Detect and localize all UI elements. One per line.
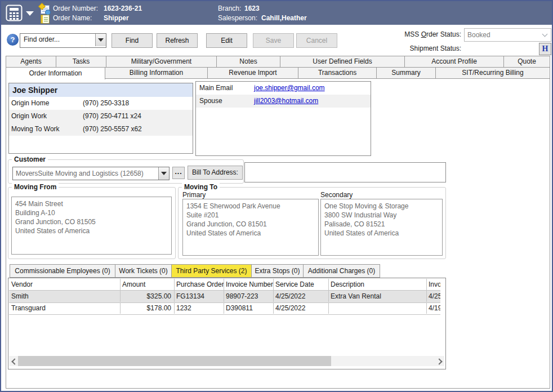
phone-label: Origin Work bbox=[11, 110, 47, 123]
email-label: Main Email bbox=[199, 82, 233, 95]
phone-row[interactable]: Moving To Work (970) 250-5557 x62 bbox=[9, 123, 193, 136]
order-number-value: 1623-236-21 bbox=[104, 5, 142, 12]
bill-to-address-box[interactable] bbox=[244, 162, 446, 182]
col-invoice[interactable]: Invoi bbox=[426, 279, 440, 291]
moving-to-primary-address[interactable]: 1354 E Sherwood Park Avenue Suite #201 G… bbox=[182, 199, 319, 256]
moving-from-address[interactable]: 454 Main Street Building A-10 Grand Junc… bbox=[11, 197, 172, 255]
order-name-label: Order Name: bbox=[53, 14, 92, 22]
col-amount[interactable]: Amount bbox=[120, 279, 175, 291]
phone-value: (970) 250-5557 x62 bbox=[83, 123, 142, 136]
refresh-button[interactable]: Refresh bbox=[157, 33, 198, 48]
branch-value: 1623 bbox=[244, 5, 260, 12]
col-description[interactable]: Description bbox=[328, 279, 427, 291]
email-link[interactable]: joe.shipper@gmail.com bbox=[254, 82, 325, 95]
tab-sit-recurring-billing[interactable]: SIT/Recurring Billing bbox=[435, 67, 550, 79]
save-button: Save bbox=[253, 33, 294, 48]
customer-more-button[interactable]: ... bbox=[172, 167, 185, 179]
tab-agents[interactable]: Agents bbox=[6, 56, 56, 68]
customer-group-label: Customer bbox=[12, 155, 48, 163]
tab-commissionable-employees[interactable]: Commissionable Employees (0) bbox=[10, 264, 115, 278]
tab-user-defined-fields[interactable]: User Defined Fields bbox=[280, 56, 405, 68]
phone-value: (970) 250-3318 bbox=[83, 97, 129, 110]
phone-row[interactable]: Origin Work (970) 250-4711 x24 bbox=[9, 110, 193, 123]
phone-row[interactable]: Origin Home (970) 250-3318 bbox=[9, 97, 193, 110]
moving-to-secondary-label: Secondary bbox=[320, 191, 353, 199]
tab-extra-stops[interactable]: Extra Stops (0) bbox=[251, 264, 304, 278]
order-number-label: Order Number: bbox=[53, 5, 98, 12]
contact-panel: Joe Shipper Origin Home (970) 250-3318 O… bbox=[8, 83, 193, 154]
shipment-status-label: Shipment Status: bbox=[362, 44, 461, 52]
tab-additional-charges[interactable]: Additional Charges (0) bbox=[303, 264, 380, 278]
moving-to-secondary-address[interactable]: One Stop Moving & Storage 3800 SW Indust… bbox=[320, 199, 443, 256]
grid-horizontal-scrollbar[interactable] bbox=[9, 356, 444, 366]
scroll-right-arrow[interactable] bbox=[435, 356, 444, 366]
email-panel: Main Email joe.shipper@gmail.com Spouse … bbox=[195, 81, 371, 156]
tab-transactions[interactable]: Transactions bbox=[298, 67, 377, 79]
cancel-button: Cancel bbox=[296, 33, 337, 48]
tab-tasks[interactable]: Tasks bbox=[56, 56, 106, 68]
branch-label: Branch: bbox=[218, 5, 241, 12]
tab-quote[interactable]: Quote bbox=[503, 56, 550, 68]
find-order-dropdown-button[interactable] bbox=[95, 34, 106, 46]
app-menu-icon[interactable] bbox=[6, 5, 23, 21]
find-button[interactable]: Find bbox=[112, 33, 153, 48]
order-name-icon bbox=[41, 15, 50, 24]
tab-revenue-import[interactable]: Revenue Import bbox=[207, 67, 298, 79]
phone-value: (970) 250-4711 x24 bbox=[83, 110, 141, 123]
moving-from-label: Moving From bbox=[12, 183, 59, 191]
tab-order-information[interactable]: Order Information bbox=[6, 67, 105, 79]
tab-billing-information[interactable]: Billing Information bbox=[105, 67, 208, 79]
bill-to-address-button[interactable]: Bill To Address: bbox=[188, 166, 243, 180]
col-vendor[interactable]: Vendor bbox=[9, 279, 121, 291]
grid-header-row: Vendor Amount Purchase Order Invoice Num… bbox=[9, 279, 440, 291]
scroll-thumb[interactable] bbox=[18, 356, 331, 366]
salesperson-label: Salesperson: bbox=[218, 14, 257, 22]
third-party-services-grid: Vendor Amount Purchase Order Invoice Num… bbox=[8, 278, 446, 369]
tab-third-party-services[interactable]: Third Party Services (2) bbox=[171, 264, 252, 278]
moving-to-primary-label: Primary bbox=[182, 191, 206, 199]
grid-row-transguard[interactable]: Transguard $178.00 1232 D390811 4/25/202… bbox=[9, 302, 440, 315]
tab-military-government[interactable]: Military/Government bbox=[106, 56, 217, 68]
tab-account-profile[interactable]: Account Profile bbox=[404, 56, 504, 68]
salesperson-value: Cahill,Heather bbox=[261, 14, 307, 22]
tab-summary[interactable]: Summary bbox=[376, 67, 436, 79]
find-order-combo[interactable] bbox=[20, 33, 106, 48]
moving-to-label: Moving To bbox=[182, 183, 220, 191]
tab-notes[interactable]: Notes bbox=[216, 56, 280, 68]
help-icon[interactable]: ? bbox=[7, 34, 19, 46]
customer-combo[interactable]: MoversSuite Moving and Logistics (12658) bbox=[12, 167, 170, 180]
grid-row-smith[interactable]: Smith $325.00 FG13134 98907-223 4/25/202… bbox=[9, 291, 440, 303]
order-name-value: Shipper bbox=[104, 14, 129, 22]
tab-work-tickets[interactable]: Work Tickets (0) bbox=[115, 264, 172, 278]
shipper-name: Joe Shipper bbox=[9, 83, 193, 97]
phone-label: Origin Home bbox=[11, 97, 49, 110]
shipment-status-history-button[interactable]: H bbox=[539, 43, 551, 55]
mss-order-status-label: MSS Order Status: bbox=[362, 30, 461, 38]
edit-button[interactable]: Edit bbox=[206, 33, 247, 48]
order-number-icon bbox=[41, 5, 50, 14]
email-row: Main Email joe.shipper@gmail.com bbox=[196, 82, 371, 95]
email-label: Spouse bbox=[199, 95, 222, 108]
email-link[interactable]: jill2003@hotmail.com bbox=[254, 95, 318, 108]
app-menu-dropdown-icon[interactable] bbox=[26, 11, 34, 16]
find-order-input[interactable] bbox=[23, 35, 95, 44]
title-bar: Order Number: 1623-236-21 Order Name: Sh… bbox=[1, 1, 552, 25]
scroll-left-arrow[interactable] bbox=[9, 356, 18, 366]
customer-dropdown-button[interactable] bbox=[158, 167, 169, 180]
order-window: Order Number: 1623-236-21 Order Name: Sh… bbox=[0, 0, 553, 392]
phone-label: Moving To Work bbox=[11, 123, 60, 136]
mss-order-status-combo[interactable]: Booked bbox=[464, 28, 551, 42]
email-row: Spouse jill2003@hotmail.com bbox=[196, 95, 371, 108]
col-purchase-order[interactable]: Purchase Order bbox=[174, 279, 224, 291]
col-invoice-number[interactable]: Invoice Number bbox=[224, 279, 274, 291]
col-service-date[interactable]: Service Date bbox=[273, 279, 329, 291]
